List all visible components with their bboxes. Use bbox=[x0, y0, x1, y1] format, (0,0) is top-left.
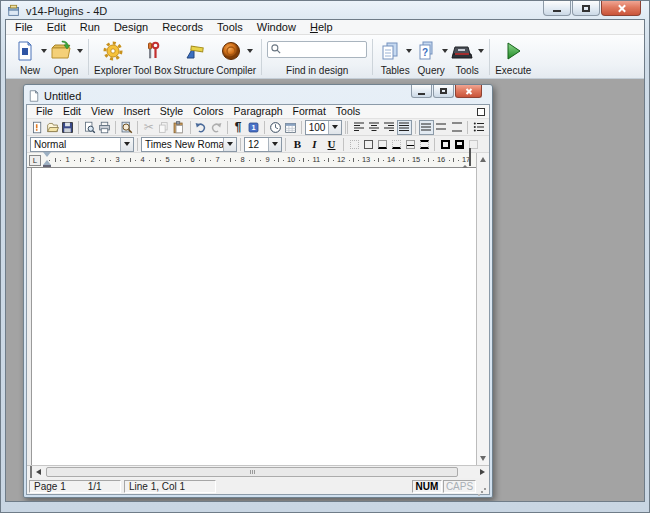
explorer-button[interactable]: Explorer bbox=[93, 37, 132, 77]
redo-button[interactable] bbox=[209, 120, 224, 135]
border-bottom-heavy-button[interactable] bbox=[375, 137, 389, 151]
right-indent-marker[interactable] bbox=[461, 148, 471, 166]
font-dropdown-button[interactable] bbox=[223, 138, 236, 151]
document-page[interactable] bbox=[27, 168, 476, 465]
line-spacing-single-button[interactable] bbox=[419, 120, 434, 135]
bullet-list-button[interactable] bbox=[471, 120, 486, 135]
query-button[interactable]: ? Query bbox=[413, 37, 449, 77]
insert-page-number-button[interactable]: 1 bbox=[246, 120, 261, 135]
editor-minimize-button[interactable] bbox=[411, 85, 432, 98]
close-button[interactable] bbox=[601, 1, 641, 16]
editor-menu-item-colors[interactable]: Colors bbox=[188, 105, 228, 118]
tables-button[interactable]: Tables bbox=[377, 37, 413, 77]
font-size-dropdown-button[interactable] bbox=[268, 138, 281, 151]
scroll-up-button[interactable] bbox=[477, 153, 489, 166]
border-inside-button[interactable] bbox=[403, 137, 417, 151]
border-box-button[interactable] bbox=[438, 137, 452, 151]
font-size-combobox[interactable]: 12 bbox=[244, 137, 282, 152]
tab-selector-button[interactable]: L bbox=[29, 155, 41, 166]
new-doc-button[interactable] bbox=[30, 120, 45, 135]
editor-title-bar[interactable]: Untitled bbox=[26, 87, 490, 104]
tools-dropdown-caret[interactable] bbox=[478, 49, 484, 53]
editor-menu-item-file[interactable]: File bbox=[31, 105, 58, 118]
menu-item-help[interactable]: Help bbox=[303, 20, 340, 34]
copy-button[interactable] bbox=[156, 120, 171, 135]
tables-dropdown-caret[interactable] bbox=[406, 49, 412, 53]
underline-button[interactable]: U bbox=[323, 137, 340, 152]
menu-item-design[interactable]: Design bbox=[107, 20, 155, 34]
zoom-combobox[interactable]: 100 bbox=[305, 120, 343, 135]
editor-menu-item-edit[interactable]: Edit bbox=[58, 105, 86, 118]
editor-close-button[interactable] bbox=[455, 85, 482, 98]
open-dropdown-caret[interactable] bbox=[77, 49, 83, 53]
cut-button[interactable]: ✂ bbox=[141, 120, 156, 135]
border-bottom-button[interactable] bbox=[389, 137, 403, 151]
execute-button[interactable]: Execute bbox=[494, 37, 532, 77]
horizontal-scrollbar[interactable] bbox=[27, 465, 489, 478]
editor-maximize-button[interactable] bbox=[433, 85, 454, 98]
menu-item-file[interactable]: File bbox=[8, 20, 40, 34]
print-preview-button[interactable] bbox=[82, 120, 97, 135]
show-invisibles-button[interactable]: ¶ bbox=[231, 120, 246, 135]
editor-menu-item-format[interactable]: Format bbox=[288, 105, 331, 118]
open-button[interactable]: Open bbox=[48, 37, 84, 77]
paste-button[interactable] bbox=[171, 120, 186, 135]
compiler-dropdown-caret[interactable] bbox=[247, 49, 253, 53]
structure-button[interactable]: Structure bbox=[173, 37, 216, 77]
save-button[interactable] bbox=[60, 120, 75, 135]
vertical-scrollbar[interactable] bbox=[476, 153, 489, 465]
scroll-down-button[interactable] bbox=[477, 452, 489, 465]
line-spacing-1-5-button[interactable] bbox=[434, 120, 449, 135]
scrollbar-track[interactable] bbox=[45, 466, 476, 478]
print-button[interactable] bbox=[97, 120, 112, 135]
editor-menu-item-style[interactable]: Style bbox=[155, 105, 188, 118]
find-button[interactable] bbox=[119, 120, 134, 135]
toolbox-button[interactable]: Tool Box bbox=[132, 37, 172, 77]
italic-button[interactable]: I bbox=[306, 137, 323, 152]
style-combobox[interactable]: Normal bbox=[30, 137, 134, 152]
insert-time-button[interactable] bbox=[268, 120, 283, 135]
undo-button[interactable] bbox=[193, 120, 208, 135]
toolbar-separator bbox=[415, 121, 416, 134]
left-indent-marker[interactable] bbox=[43, 165, 51, 167]
insert-date-button[interactable] bbox=[283, 120, 298, 135]
menu-item-tools[interactable]: Tools bbox=[210, 20, 250, 34]
editor-menu-item-tools[interactable]: Tools bbox=[331, 105, 366, 118]
query-dropdown-caret[interactable] bbox=[442, 49, 448, 53]
scroll-left-button[interactable] bbox=[32, 466, 45, 478]
compiler-button[interactable]: Compiler bbox=[215, 37, 257, 77]
editor-menu-item-insert[interactable]: Insert bbox=[119, 105, 155, 118]
menu-item-records[interactable]: Records bbox=[155, 20, 210, 34]
style-dropdown-button[interactable] bbox=[120, 138, 133, 151]
scrollbar-thumb[interactable] bbox=[46, 467, 458, 477]
border-outline-button[interactable] bbox=[361, 137, 375, 151]
zoom-dropdown-button[interactable] bbox=[328, 121, 341, 134]
align-right-button[interactable] bbox=[382, 120, 397, 135]
resize-grip[interactable] bbox=[478, 482, 487, 491]
minimize-button[interactable] bbox=[543, 1, 571, 16]
scroll-right-button[interactable] bbox=[476, 466, 489, 478]
menu-item-run[interactable]: Run bbox=[73, 20, 107, 34]
menu-item-edit[interactable]: Edit bbox=[40, 20, 73, 34]
title-bar[interactable]: v14-Plugins - 4D bbox=[1, 1, 649, 19]
maximize-button[interactable] bbox=[572, 1, 600, 16]
align-left-button[interactable] bbox=[351, 120, 366, 135]
new-dropdown-caret[interactable] bbox=[41, 49, 47, 53]
editor-menu-item-view[interactable]: View bbox=[86, 105, 119, 118]
new-button[interactable]: New bbox=[12, 37, 48, 77]
editor-menu-item-paragraph[interactable]: Paragraph bbox=[229, 105, 288, 118]
line-spacing-double-button[interactable] bbox=[449, 120, 464, 135]
find-in-design-input[interactable] bbox=[267, 41, 367, 58]
page-count-indicator: 1/1 bbox=[88, 481, 102, 492]
open-doc-button[interactable] bbox=[45, 120, 60, 135]
bold-button[interactable]: B bbox=[289, 137, 306, 152]
font-combobox[interactable]: Times New Roman bbox=[141, 137, 237, 152]
align-justify-button[interactable] bbox=[397, 120, 412, 135]
tools-button[interactable]: Tools bbox=[449, 37, 485, 77]
border-none-button[interactable] bbox=[347, 137, 361, 151]
first-line-indent-marker[interactable] bbox=[43, 152, 51, 157]
menu-item-window[interactable]: Window bbox=[250, 20, 303, 34]
align-center-button[interactable] bbox=[366, 120, 381, 135]
document-restore-icon[interactable] bbox=[477, 108, 485, 116]
border-top-bottom-button[interactable] bbox=[417, 137, 431, 151]
